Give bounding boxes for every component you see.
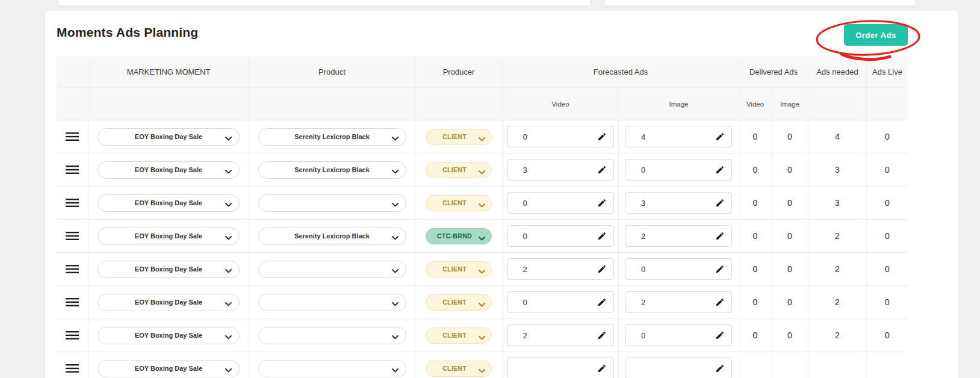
hamburger-icon [66,198,79,208]
drag-handle[interactable] [63,196,81,210]
producer-value: CLIENT [442,133,467,140]
ads-needed-value: 3 [808,153,866,186]
forecast-video-input[interactable]: 2 [507,258,614,280]
delivered-video-value: 0 [739,120,771,153]
chevron-down-icon [479,235,485,242]
marketing-moment-select[interactable]: EOY Boxing Day Sale [98,194,240,212]
drag-handle[interactable] [63,262,81,276]
forecast-image-input[interactable] [625,358,732,378]
delivered-video-value: 0 [739,319,771,352]
table-body: EOY Boxing Day Sale Serenity Lexicrop Bl… [57,120,908,378]
forecast-image-value: 2 [626,298,645,307]
drag-handle[interactable] [63,229,81,243]
forecast-video-input[interactable]: 0 [507,192,614,214]
edit-pencil-icon[interactable] [713,361,727,376]
producer-pill[interactable]: CLIENT [426,294,492,311]
marketing-moment-select[interactable]: EOY Boxing Day Sale [98,228,240,245]
producer-value: CLIENT [442,332,467,339]
marketing-moment-value: EOY Boxing Day Sale [135,199,202,206]
forecast-video-value: 2 [508,265,527,274]
marketing-moment-select[interactable]: EOY Boxing Day Sale [98,161,240,179]
producer-pill[interactable]: CLIENT [426,195,492,211]
moments-ads-planning-card: Moments Ads Planning Order Ads MARKETING… [45,11,958,378]
forecast-video-input[interactable]: 3 [507,159,614,181]
table-row: EOY Boxing Day Sale CLIENT [57,253,908,286]
table-row: EOY Boxing Day Sale CLIENT [57,319,908,352]
drag-handle[interactable] [63,328,81,342]
edit-pencil-icon[interactable] [595,129,609,144]
forecast-image-input[interactable]: 3 [625,192,732,214]
product-select[interactable]: Serenity Lexicrop Black [258,161,406,179]
ads-live-value: 0 [866,319,908,352]
forecast-video-input[interactable] [507,358,614,378]
product-select[interactable] [258,327,406,344]
marketing-moment-select[interactable]: EOY Boxing Day Sale [98,128,240,146]
chevron-down-icon [225,234,232,241]
product-select[interactable]: Serenity Lexicrop Black [258,128,406,146]
forecast-video-value: 0 [508,232,527,241]
edit-pencil-icon[interactable] [713,229,727,243]
producer-pill[interactable]: CLIENT [426,129,492,145]
table-row: EOY Boxing Day Sale CLIENT [57,352,908,378]
forecast-image-input[interactable]: 2 [625,225,732,247]
forecast-image-input[interactable]: 0 [625,324,732,346]
edit-pencil-icon[interactable] [595,361,609,376]
drag-handle[interactable] [63,361,81,376]
forecast-image-input[interactable]: 4 [625,126,732,147]
edit-pencil-icon[interactable] [713,295,727,309]
producer-value: CLIENT [442,265,467,273]
product-select[interactable]: Serenity Lexicrop Black [258,228,406,245]
subheader-spacer-producer [415,88,502,120]
product-select[interactable] [258,294,406,311]
producer-pill[interactable]: CLIENT [426,361,492,377]
chevron-down-icon [225,168,232,175]
hamburger-icon [66,330,79,340]
edit-pencil-icon[interactable] [595,262,609,276]
edit-pencil-icon[interactable] [595,196,609,210]
edit-pencil-icon[interactable] [595,328,609,342]
forecast-video-input[interactable]: 0 [507,291,614,313]
forecast-video-input[interactable]: 0 [507,225,614,247]
producer-pill[interactable]: CTC-BRND [426,228,492,244]
hamburger-icon [66,264,79,274]
drag-handle[interactable] [63,163,81,177]
edit-pencil-icon[interactable] [595,163,609,177]
product-select[interactable] [258,261,406,278]
marketing-moment-select[interactable]: EOY Boxing Day Sale [98,261,240,278]
product-select[interactable] [258,194,406,212]
edit-pencil-icon[interactable] [595,295,609,309]
edit-pencil-icon[interactable] [595,229,609,243]
chevron-down-icon [479,334,485,341]
table-header-groups: MARKETING MOMENT Product Producer Foreca… [57,57,908,88]
header-marketing-moment: MARKETING MOMENT [88,57,249,87]
producer-pill[interactable]: CLIENT [426,162,492,178]
chevron-down-icon [479,301,485,308]
marketing-moment-select[interactable]: EOY Boxing Day Sale [98,327,240,344]
product-select[interactable] [258,360,406,377]
forecast-video-input[interactable]: 0 [507,126,614,147]
ads-live-value [866,352,908,378]
ads-planning-table: MARKETING MOMENT Product Producer Foreca… [57,57,908,378]
edit-pencil-icon[interactable] [713,328,727,342]
drag-handle[interactable] [63,295,81,309]
edit-pencil-icon[interactable] [713,196,727,210]
forecast-image-input[interactable]: 0 [625,159,732,181]
producer-pill[interactable]: CLIENT [426,327,492,344]
edit-pencil-icon[interactable] [713,262,727,276]
forecast-image-input[interactable]: 0 [625,258,732,280]
chevron-down-icon [392,135,399,142]
forecast-video-input[interactable]: 2 [507,324,614,346]
edit-pencil-icon[interactable] [713,129,727,144]
subheader-forecast-image: Image [618,88,739,120]
order-ads-button[interactable]: Order Ads [844,24,908,46]
marketing-moment-select[interactable]: EOY Boxing Day Sale [98,360,240,377]
table-row: EOY Boxing Day Sale Serenity Lexicrop Bl… [57,120,908,153]
chevron-down-icon [225,300,232,308]
marketing-moment-select[interactable]: EOY Boxing Day Sale [98,294,240,311]
ads-live-value: 0 [866,253,908,285]
producer-pill[interactable]: CLIENT [426,261,492,277]
edit-pencil-icon[interactable] [713,163,727,177]
product-value: Serenity Lexicrop Black [294,232,370,240]
drag-handle[interactable] [63,129,81,144]
forecast-image-input[interactable]: 2 [625,291,732,313]
